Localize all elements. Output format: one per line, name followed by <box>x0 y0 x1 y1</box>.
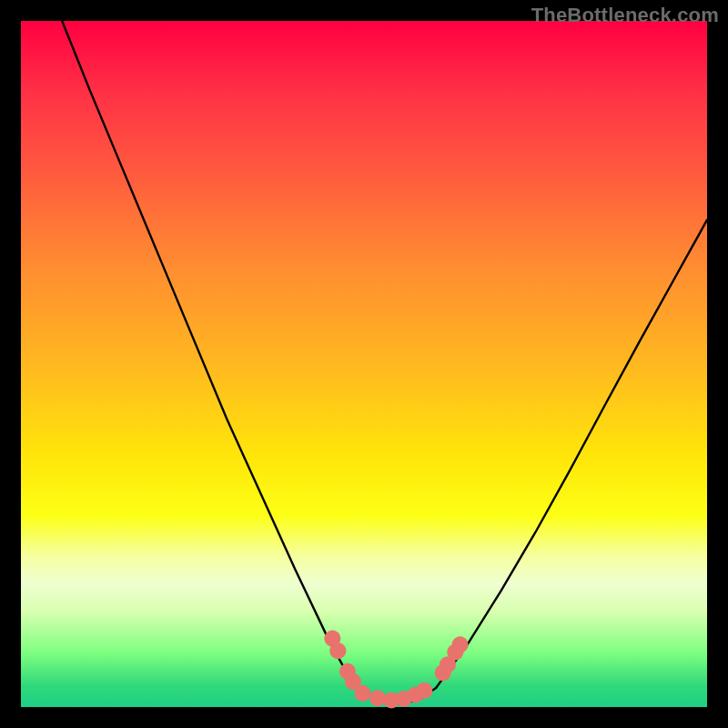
curve-layer <box>62 21 707 703</box>
outer-frame: TheBottleneck.com <box>0 0 728 728</box>
chart-svg <box>21 21 707 707</box>
marker-dot <box>452 636 469 652</box>
plot-area <box>21 21 707 707</box>
curve-right-branch <box>436 220 707 688</box>
curve-left-branch <box>62 21 357 685</box>
marker-dot <box>416 682 432 699</box>
marker-dot <box>329 642 346 659</box>
marker-layer <box>324 631 468 709</box>
watermark-text: TheBottleneck.com <box>531 4 719 27</box>
marker-dot <box>354 685 370 702</box>
